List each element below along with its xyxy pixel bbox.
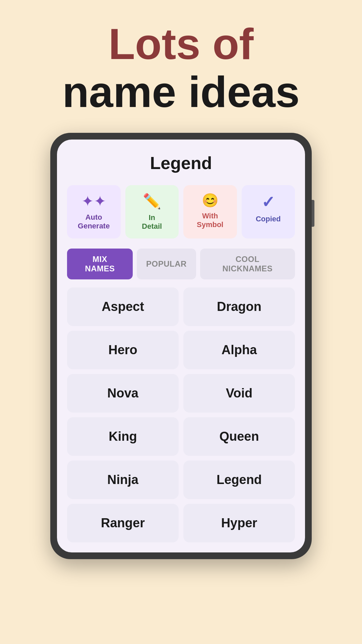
legend-in-detail[interactable]: ✏️ InDetail — [125, 185, 179, 238]
name-alpha[interactable]: Alpha — [183, 331, 295, 369]
smiley-icon: 😊 — [202, 193, 219, 208]
phone-frame: Legend ✦ AutoGenerate ✏️ InDetail 😊 With… — [50, 133, 312, 559]
name-nova[interactable]: Nova — [67, 374, 179, 413]
name-legend[interactable]: Legend — [183, 461, 295, 499]
legend-copied[interactable]: ✓ Copied — [242, 185, 295, 238]
name-queen[interactable]: Queen — [183, 417, 295, 456]
tab-mix-names[interactable]: MIX NAMES — [67, 249, 133, 279]
app-title: Legend — [67, 153, 295, 173]
legend-grid: ✦ AutoGenerate ✏️ InDetail 😊 WithSymbol … — [67, 185, 295, 238]
headline-line1: Lots of — [62, 20, 300, 68]
name-ranger[interactable]: Ranger — [67, 504, 179, 542]
legend-with-symbol[interactable]: 😊 WithSymbol — [183, 185, 237, 238]
name-aspect[interactable]: Aspect — [67, 287, 179, 326]
pencil-icon: ✏️ — [143, 193, 161, 210]
name-hero[interactable]: Hero — [67, 331, 179, 369]
name-king[interactable]: King — [67, 417, 179, 456]
phone-side-button — [312, 200, 314, 227]
name-hyper[interactable]: Hyper — [183, 504, 295, 542]
wand-icon: ✦ — [81, 193, 106, 210]
name-void[interactable]: Void — [183, 374, 295, 413]
check-icon: ✓ — [261, 193, 275, 211]
legend-auto-generate[interactable]: ✦ AutoGenerate — [67, 185, 121, 238]
phone-inner: Legend ✦ AutoGenerate ✏️ InDetail 😊 With… — [57, 140, 305, 552]
names-grid: Aspect Dragon Hero Alpha Nova Void King … — [67, 287, 295, 542]
legend-in-detail-label: InDetail — [142, 213, 162, 231]
tab-popular[interactable]: POPULAR — [137, 249, 196, 279]
legend-auto-generate-label: AutoGenerate — [78, 213, 110, 231]
tab-cool-nicknames[interactable]: COOL NICKNAMES — [200, 249, 295, 279]
legend-copied-label: Copied — [256, 215, 281, 223]
headline-line2: name ideas — [62, 68, 300, 116]
headline: Lots of name ideas — [62, 20, 300, 116]
tab-bar: MIX NAMES POPULAR COOL NICKNAMES — [67, 249, 295, 279]
page-background: Lots of name ideas Legend ✦ AutoGenerate… — [0, 0, 362, 644]
name-dragon[interactable]: Dragon — [183, 287, 295, 326]
name-ninja[interactable]: Ninja — [67, 461, 179, 499]
legend-with-symbol-label: WithSymbol — [197, 212, 223, 229]
